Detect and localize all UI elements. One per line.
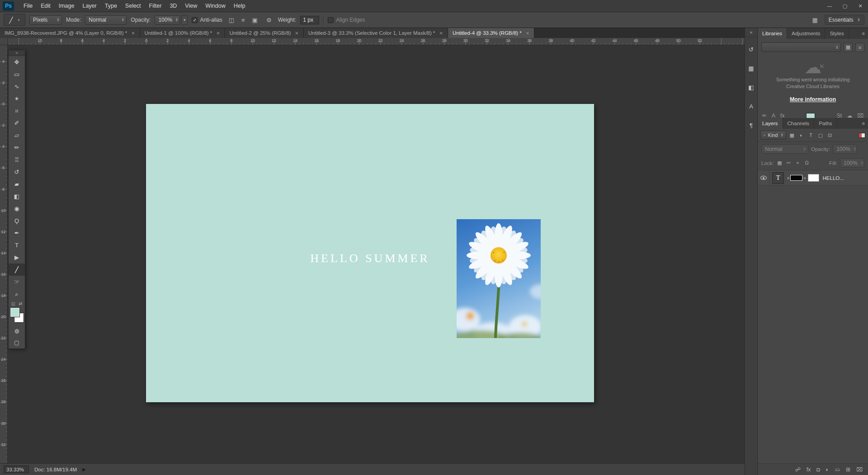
hand-tool[interactable]: ☞ <box>9 276 25 288</box>
quick-mask-button[interactable]: ◍ <box>9 325 25 337</box>
panel-menu-icon[interactable]: ≡ <box>859 121 868 126</box>
lock-all-icon[interactable]: Ω <box>804 160 810 166</box>
blend-mode-select[interactable]: Normal ⇕ <box>85 15 127 25</box>
swatches-panel-icon[interactable]: ▦ <box>745 61 758 75</box>
canvas[interactable]: HELLO SUMMER <box>146 104 594 402</box>
antialias-option[interactable]: ✓ Anti-alias <box>192 17 222 23</box>
tool-mode-select[interactable]: Pixels ⇕ <box>29 15 62 25</box>
tab-adjustments[interactable]: Adjustments <box>787 28 825 39</box>
clone-stamp-tool[interactable]: ♖ <box>9 154 25 166</box>
library-filter-select[interactable]: ⇕ <box>761 42 841 52</box>
menu-item[interactable]: 3D <box>165 0 181 12</box>
lock-position-icon[interactable]: + <box>795 160 801 166</box>
menu-item[interactable]: Window <box>201 0 229 12</box>
tab-close-icon[interactable]: ✕ <box>295 31 298 36</box>
tab-styles[interactable]: Styles <box>825 28 849 39</box>
lock-pixels-icon[interactable]: ✏ <box>786 160 792 166</box>
layer-blend-mode-select[interactable]: Normal ⇕ <box>761 144 808 154</box>
move-tool[interactable]: ✥ <box>9 56 25 68</box>
history-panel-icon[interactable]: ↺ <box>745 42 758 56</box>
pen-tool[interactable]: ✒ <box>9 227 25 239</box>
weight-input[interactable]: 1 px <box>300 16 319 24</box>
library-grid-view-icon[interactable]: ▦ <box>844 43 853 52</box>
path-operations-icon[interactable]: ◫ <box>226 15 236 25</box>
add-layer-style-icon[interactable]: fx <box>807 466 811 473</box>
minimize-icon[interactable]: — <box>822 0 837 12</box>
tab-paths[interactable]: Paths <box>814 118 837 129</box>
menu-item[interactable]: Edit <box>37 0 55 12</box>
lock-transparency-icon[interactable]: ▦ <box>777 160 783 166</box>
zoom-tool[interactable]: ⌕ <box>9 288 25 300</box>
expand-panels-icon[interactable]: « <box>745 28 757 37</box>
menu-item[interactable]: Type <box>101 0 121 12</box>
horizontal-ruler[interactable]: 1086420246810121416182022242628303234363… <box>8 38 745 45</box>
antialias-checkbox[interactable]: ✓ <box>192 17 198 23</box>
layer-fill-select[interactable]: 100% ⇕ <box>840 158 864 168</box>
tab-layers[interactable]: Layers <box>758 118 783 129</box>
filter-adjustment-layers-icon[interactable]: ◐ <box>797 131 806 140</box>
history-brush-tool[interactable]: ↺ <box>9 166 25 178</box>
zoom-level-field[interactable]: 33.33% <box>4 466 29 473</box>
opacity-dropdown-icon[interactable]: ▾ <box>181 15 188 25</box>
brush-tool[interactable]: ✏ <box>9 141 25 154</box>
rectangular-marquee-tool[interactable]: ▭ <box>9 68 25 80</box>
opacity-select[interactable]: 100% ⇕ <box>155 15 180 25</box>
crop-tool[interactable]: ⌗ <box>9 105 25 117</box>
layer-opacity-select[interactable]: 100% ⇕ <box>833 144 857 154</box>
menu-item[interactable]: File <box>19 0 37 12</box>
character-panel-icon[interactable]: A <box>745 99 758 113</box>
layer-filter-kind-select[interactable]: ⌕ Kind ⇕ <box>760 131 786 140</box>
layer-style-thumbnail[interactable] <box>790 175 802 181</box>
layer-mask-thumbnail[interactable] <box>808 174 819 182</box>
menu-item[interactable]: Select <box>121 0 145 12</box>
close-icon[interactable]: ✕ <box>853 0 868 12</box>
ruler-origin[interactable] <box>0 38 8 45</box>
line-tool[interactable]: ╱ <box>9 263 25 276</box>
doc-tab-img-8938[interactable]: IMG_8938-Recovered.JPG @ 4% (Layer 0, RG… <box>0 28 140 38</box>
gear-icon[interactable]: ⚙ <box>264 15 274 25</box>
photoshop-logo[interactable]: Ps <box>3 1 14 11</box>
tool-preset-picker[interactable]: ╱ ▾ <box>4 14 25 26</box>
menu-item[interactable]: Layer <box>78 0 100 12</box>
tab-libraries[interactable]: Libraries <box>758 28 787 39</box>
library-list-view-icon[interactable]: ≡ <box>855 43 864 52</box>
layer-row-hello[interactable]: T ≡ ≡ HELLO... <box>758 170 868 185</box>
blur-tool[interactable]: ◉ <box>9 202 25 215</box>
foreground-color-swatch[interactable] <box>10 308 19 317</box>
spot-healing-brush-tool[interactable]: ▱ <box>9 129 25 141</box>
eyedropper-tool[interactable]: ✐ <box>9 117 25 129</box>
quick-selection-tool[interactable]: ✶ <box>9 93 25 105</box>
toolbar-collapse-icon[interactable]: » <box>9 50 25 56</box>
delete-layer-icon[interactable]: ⌧ <box>856 466 863 473</box>
filter-smart-objects-icon[interactable]: ⊡ <box>826 131 834 140</box>
default-colors-icon[interactable]: ◱ <box>11 301 15 306</box>
type-tool[interactable]: T <box>9 239 25 251</box>
filter-shape-layers-icon[interactable]: ▢ <box>816 131 825 140</box>
paragraph-panel-icon[interactable]: ¶ <box>745 118 758 132</box>
screen-mode-button[interactable]: ▢ <box>9 337 25 348</box>
add-layer-mask-icon[interactable]: ◘ <box>816 466 820 473</box>
more-information-link[interactable]: More information <box>790 96 836 103</box>
tab-close-icon[interactable]: ✕ <box>131 31 135 36</box>
dodge-tool[interactable]: Ϙ <box>9 215 25 227</box>
doc-tab-untitled-1[interactable]: Untitled-1 @ 100% (RGB/8) * ✕ <box>140 28 225 38</box>
layer-filter-toggle[interactable] <box>859 133 865 138</box>
filter-pixel-layers-icon[interactable]: ▦ <box>788 131 796 140</box>
link-layers-icon[interactable]: ☍ <box>795 466 801 473</box>
doc-tab-untitled-4[interactable]: Untitled-4 @ 33.3% (RGB/8) * ✕ <box>448 28 534 38</box>
tab-channels[interactable]: Channels <box>783 118 815 129</box>
path-alignment-icon[interactable]: ≡ <box>238 15 248 25</box>
menu-item[interactable]: Filter <box>145 0 166 12</box>
doc-tab-untitled-2[interactable]: Untitled-2 @ 25% (RGB/8) ✕ <box>225 28 304 38</box>
status-menu-arrow-icon[interactable]: ▶ <box>82 467 86 472</box>
menu-item[interactable]: View <box>181 0 201 12</box>
type-layer-thumbnail[interactable]: T <box>772 172 784 184</box>
lasso-tool[interactable]: ∿ <box>9 80 25 93</box>
new-layer-icon[interactable]: ⊞ <box>846 466 850 473</box>
properties-panel-icon[interactable]: ◧ <box>745 80 758 94</box>
eraser-tool[interactable]: ▰ <box>9 178 25 190</box>
workspace-switcher[interactable]: Essentials ⇕ <box>825 15 864 25</box>
tab-close-icon[interactable]: ✕ <box>216 31 220 36</box>
panel-menu-icon[interactable]: ≡ <box>859 31 868 36</box>
maximize-icon[interactable]: ▢ <box>837 0 853 12</box>
